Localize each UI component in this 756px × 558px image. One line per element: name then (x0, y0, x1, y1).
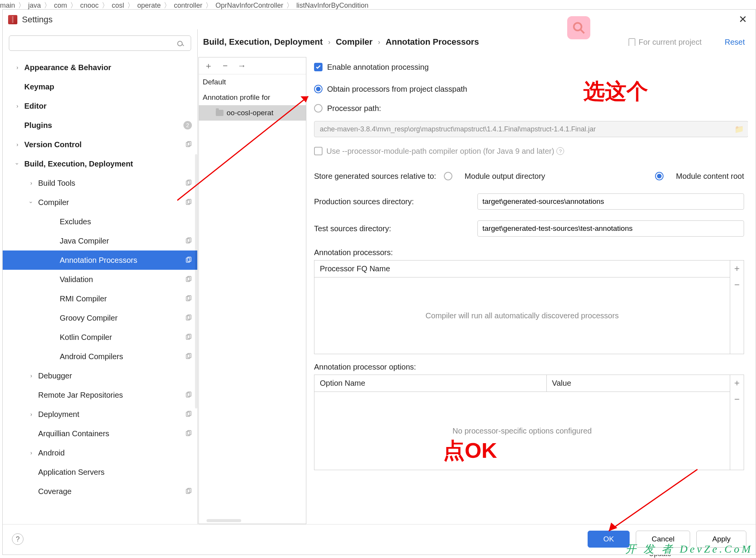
folder-icon (216, 110, 223, 116)
apply-button[interactable]: Apply (696, 531, 746, 548)
close-button[interactable]: ✕ (736, 13, 750, 25)
remove-profile-button[interactable]: − (223, 62, 228, 70)
tree-item-remote-jar-repositories[interactable]: Remote Jar Repositories (3, 385, 197, 405)
processor-path-input (314, 121, 748, 137)
breadcrumb-row: Build, Execution, Deployment›Compiler›An… (198, 29, 748, 57)
tree-item-annotation-processors[interactable]: Annotation Processors (3, 250, 197, 270)
profile-list[interactable]: Default Annotation profile for oo-cosl-o… (199, 74, 306, 524)
tree-item-compiler[interactable]: ›Compiler (3, 193, 197, 212)
ok-button[interactable]: OK (588, 531, 630, 548)
tree-item-java-compiler[interactable]: Java Compiler (3, 231, 197, 250)
option-value-header: Value (547, 375, 730, 392)
options-table-placeholder: No processor-specific options configured (314, 392, 730, 470)
tree-item-rmi-compiler[interactable]: RMI Compiler (3, 289, 197, 308)
processor-options-label: Annotation processor options: (314, 363, 744, 371)
obtain-classpath-radio-row[interactable]: Obtain processors from project classpath (314, 79, 744, 99)
breadcrumb-item[interactable]: Compiler (336, 37, 372, 47)
remove-processor-button[interactable]: − (730, 277, 744, 293)
prod-dir-input[interactable] (477, 193, 744, 210)
copy-icon (185, 314, 192, 321)
test-dir-label: Test sources directory: (314, 224, 477, 233)
settings-tree-panel: ›Appearance & BehaviorKeymap›EditorPlugi… (3, 29, 198, 524)
help-icon[interactable]: ? (556, 147, 564, 155)
tree-item-groovy-compiler[interactable]: Groovy Compiler (3, 308, 197, 328)
test-dir-row: Test sources directory: (314, 217, 744, 240)
module-output-radio[interactable] (444, 172, 452, 180)
profile-toolbar: ＋ − → (199, 57, 306, 74)
search-input[interactable] (9, 35, 191, 51)
project-icon (628, 38, 635, 46)
module-path-label: Use --processor-module-path compiler opt… (326, 147, 554, 156)
processors-table-placeholder: Compiler will run all automatically disc… (314, 277, 730, 354)
tree-item-build-execution-deployment[interactable]: ›Build, Execution, Deployment (3, 154, 197, 173)
store-label: Store generated sources relative to: (314, 172, 436, 181)
store-sources-row: Store generated sources relative to: Mod… (314, 166, 744, 186)
processors-table: Processor FQ Name Compiler will run all … (314, 260, 744, 354)
enable-checkbox[interactable] (314, 63, 323, 71)
breadcrumb: Build, Execution, Deployment›Compiler›An… (203, 37, 479, 47)
copy-icon (185, 257, 192, 264)
tree-item-build-tools[interactable]: ›Build Tools (3, 173, 197, 193)
options-table-toolbar: + − (730, 375, 744, 470)
options-table: Option Name Value No processor-specific … (314, 375, 744, 470)
remove-option-button[interactable]: − (730, 391, 744, 407)
processor-path-radio[interactable] (314, 104, 323, 113)
tree-item-editor[interactable]: ›Editor (3, 96, 197, 116)
tree-item-keymap[interactable]: Keymap (3, 77, 197, 96)
tree-item-debugger[interactable]: ›Debugger (3, 366, 197, 385)
tree-item-application-servers[interactable]: Application Servers (3, 462, 197, 482)
help-button[interactable]: ? (12, 533, 24, 545)
copy-icon (185, 295, 192, 302)
tree-item-version-control[interactable]: ›Version Control (3, 135, 197, 154)
tree-item-excludes[interactable]: Excludes (3, 212, 197, 231)
scrollbar-thumb[interactable] (195, 154, 197, 408)
processors-table-toolbar: + − (730, 261, 744, 354)
tree-item-validation[interactable]: Validation (3, 270, 197, 289)
enable-annotation-checkbox-row[interactable]: Enable annotation processing (314, 59, 744, 76)
intellij-logo-icon (8, 15, 17, 24)
annotation-processors-label: Annotation processors: (314, 248, 744, 257)
module-path-checkbox (314, 147, 323, 155)
copy-icon (185, 353, 192, 360)
tree-item-android[interactable]: ›Android (3, 443, 197, 462)
tree-item-arquillian-containers[interactable]: Arquillian Containers (3, 424, 197, 443)
tree-item-coverage[interactable]: Coverage (3, 482, 197, 501)
tree-item-android-compilers[interactable]: Android Compilers (3, 347, 197, 366)
profile-module[interactable]: oo-cosl-operat (199, 105, 306, 121)
cancel-button[interactable]: Cancel (636, 531, 690, 548)
add-option-button[interactable]: + (730, 375, 744, 391)
breadcrumb-item[interactable]: Build, Execution, Deployment (203, 37, 323, 47)
processors-table-header: Processor FQ Name (314, 261, 730, 277)
add-profile-button[interactable]: ＋ (204, 62, 213, 70)
tree-item-plugins[interactable]: Plugins2 (3, 116, 197, 135)
module-path-checkbox-row: Use --processor-module-path compiler opt… (314, 143, 744, 160)
tree-item-appearance-behavior[interactable]: ›Appearance & Behavior (3, 58, 197, 77)
profile-default[interactable]: Default (199, 74, 306, 90)
options-table-header: Option Name Value (314, 375, 730, 392)
tree-item-deployment[interactable]: ›Deployment (3, 405, 197, 424)
for-current-project-label: For current project (628, 38, 701, 47)
obtain-classpath-label: Obtain processors from project classpath (327, 85, 467, 94)
copy-icon (185, 392, 192, 398)
copy-icon (185, 334, 192, 341)
dialog-footer: ? OK Cancel Apply (3, 524, 756, 555)
profile-custom[interactable]: Annotation profile for (199, 90, 306, 105)
tree-item-kotlin-compiler[interactable]: Kotlin Compiler (3, 328, 197, 347)
add-processor-button[interactable]: + (730, 261, 744, 277)
processor-path-radio-row[interactable]: Processor path: (314, 99, 744, 118)
obtain-classpath-radio[interactable] (314, 85, 323, 93)
module-output-label: Module output directory (465, 172, 545, 181)
profile-module-label: oo-cosl-operat (227, 109, 273, 117)
breadcrumb-item[interactable]: Annotation Processors (386, 37, 479, 47)
reset-link[interactable]: Reset (725, 38, 745, 47)
for-current-project-text: For current project (638, 38, 701, 47)
search-box (9, 35, 191, 51)
copy-icon (185, 276, 192, 283)
profile-scrollbar[interactable] (207, 519, 241, 522)
module-content-radio[interactable] (655, 172, 664, 180)
copy-icon (185, 488, 192, 495)
move-profile-button[interactable]: → (238, 62, 246, 70)
settings-tree[interactable]: ›Appearance & BehaviorKeymap›EditorPlugi… (3, 58, 197, 524)
test-dir-input[interactable] (477, 220, 744, 237)
title-bar: Settings ✕ (3, 10, 756, 29)
